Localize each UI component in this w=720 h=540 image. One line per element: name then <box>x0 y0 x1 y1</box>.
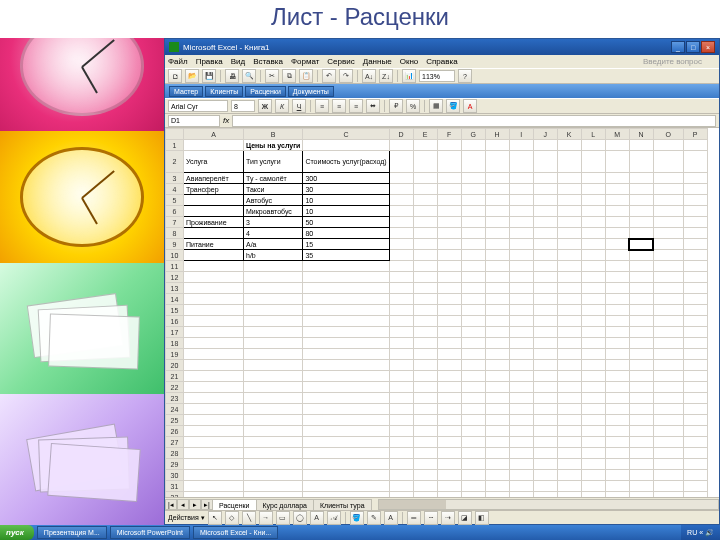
cell-H6[interactable] <box>485 206 509 217</box>
close-button[interactable]: × <box>701 41 715 53</box>
cell-E32[interactable] <box>413 492 437 498</box>
cell-E29[interactable] <box>413 459 437 470</box>
cell-L5[interactable] <box>581 195 605 206</box>
cell-H25[interactable] <box>485 415 509 426</box>
cell-B11[interactable] <box>244 261 303 272</box>
cell-B26[interactable] <box>244 426 303 437</box>
cell-K17[interactable] <box>557 327 581 338</box>
cell-F29[interactable] <box>437 459 461 470</box>
cell-C13[interactable] <box>303 283 389 294</box>
percent-icon[interactable]: % <box>406 99 420 113</box>
cell-O31[interactable] <box>653 481 683 492</box>
cell-C7[interactable]: 50 <box>303 217 389 228</box>
cell-J1[interactable] <box>533 140 557 151</box>
cell-G25[interactable] <box>461 415 485 426</box>
bold-icon[interactable]: Ж <box>258 99 272 113</box>
cell-I25[interactable] <box>509 415 533 426</box>
font-color-icon[interactable]: A <box>463 99 477 113</box>
row-header-28[interactable]: 28 <box>166 448 184 459</box>
cell-J8[interactable] <box>533 228 557 239</box>
cell-P18[interactable] <box>683 338 707 349</box>
row-header-6[interactable]: 6 <box>166 206 184 217</box>
cell-H22[interactable] <box>485 382 509 393</box>
cell-H7[interactable] <box>485 217 509 228</box>
cell-G32[interactable] <box>461 492 485 498</box>
cell-N17[interactable] <box>629 327 653 338</box>
titlebar[interactable]: Microsoft Excel - Книга1 _ □ × <box>165 39 719 55</box>
cell-H26[interactable] <box>485 426 509 437</box>
cell-D20[interactable] <box>389 360 413 371</box>
cell-F22[interactable] <box>437 382 461 393</box>
cell-F18[interactable] <box>437 338 461 349</box>
cell-B7[interactable]: 3 <box>244 217 303 228</box>
cell-O32[interactable] <box>653 492 683 498</box>
cell-N30[interactable] <box>629 470 653 481</box>
cell-E2[interactable] <box>413 151 437 173</box>
cell-O7[interactable] <box>653 217 683 228</box>
cell-P29[interactable] <box>683 459 707 470</box>
cell-A28[interactable] <box>184 448 244 459</box>
cell-G14[interactable] <box>461 294 485 305</box>
cell-M7[interactable] <box>605 217 629 228</box>
cell-A15[interactable] <box>184 305 244 316</box>
tab-nav-next[interactable]: ▸ <box>189 499 201 510</box>
taskbar-item-0[interactable]: Презентация М... <box>37 526 107 539</box>
cell-H8[interactable] <box>485 228 509 239</box>
cell-B9[interactable]: A/a <box>244 239 303 250</box>
cell-N25[interactable] <box>629 415 653 426</box>
cell-B6[interactable]: Микроавтобус <box>244 206 303 217</box>
cell-I12[interactable] <box>509 272 533 283</box>
cell-F3[interactable] <box>437 173 461 184</box>
cell-L30[interactable] <box>581 470 605 481</box>
cell-D24[interactable] <box>389 404 413 415</box>
cell-I31[interactable] <box>509 481 533 492</box>
cell-C22[interactable] <box>303 382 389 393</box>
cell-K15[interactable] <box>557 305 581 316</box>
cell-M23[interactable] <box>605 393 629 404</box>
cell-H28[interactable] <box>485 448 509 459</box>
cell-G29[interactable] <box>461 459 485 470</box>
3d-icon[interactable]: ◧ <box>475 511 489 525</box>
cell-O11[interactable] <box>653 261 683 272</box>
system-tray[interactable]: RU « 🔊 <box>681 525 720 540</box>
cell-G26[interactable] <box>461 426 485 437</box>
cell-E7[interactable] <box>413 217 437 228</box>
row-header-11[interactable]: 11 <box>166 261 184 272</box>
cell-I3[interactable] <box>509 173 533 184</box>
cell-G30[interactable] <box>461 470 485 481</box>
tab-nav-prev[interactable]: ◂ <box>177 499 189 510</box>
cell-C3[interactable]: 300 <box>303 173 389 184</box>
cell-G10[interactable] <box>461 250 485 261</box>
select-all[interactable] <box>166 129 184 140</box>
cell-P28[interactable] <box>683 448 707 459</box>
cell-C6[interactable]: 10 <box>303 206 389 217</box>
cell-J12[interactable] <box>533 272 557 283</box>
cell-B19[interactable] <box>244 349 303 360</box>
cell-P12[interactable] <box>683 272 707 283</box>
cell-F21[interactable] <box>437 371 461 382</box>
cell-K4[interactable] <box>557 184 581 195</box>
cell-D25[interactable] <box>389 415 413 426</box>
line-style-icon[interactable]: ═ <box>407 511 421 525</box>
cell-E25[interactable] <box>413 415 437 426</box>
arrow-style-icon[interactable]: ⇢ <box>441 511 455 525</box>
cell-D27[interactable] <box>389 437 413 448</box>
cell-O13[interactable] <box>653 283 683 294</box>
cell-J2[interactable] <box>533 151 557 173</box>
cell-L15[interactable] <box>581 305 605 316</box>
cell-P4[interactable] <box>683 184 707 195</box>
cell-O24[interactable] <box>653 404 683 415</box>
cell-C26[interactable] <box>303 426 389 437</box>
cell-M15[interactable] <box>605 305 629 316</box>
cell-M27[interactable] <box>605 437 629 448</box>
cell-M26[interactable] <box>605 426 629 437</box>
cell-B25[interactable] <box>244 415 303 426</box>
row-header-9[interactable]: 9 <box>166 239 184 250</box>
cell-K9[interactable] <box>557 239 581 250</box>
cell-K31[interactable] <box>557 481 581 492</box>
cell-M22[interactable] <box>605 382 629 393</box>
cell-C23[interactable] <box>303 393 389 404</box>
cell-P16[interactable] <box>683 316 707 327</box>
cell-N4[interactable] <box>629 184 653 195</box>
row-header-24[interactable]: 24 <box>166 404 184 415</box>
